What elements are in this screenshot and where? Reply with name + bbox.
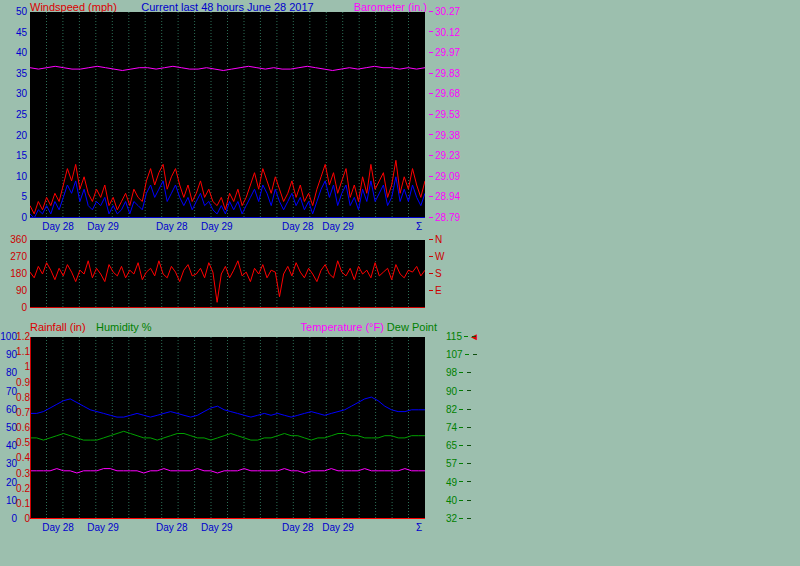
windspeed-tick-label: 30 xyxy=(0,89,27,99)
barometer-tick-label: 29.09 xyxy=(427,172,460,182)
temperature-tick-label: 32 xyxy=(446,514,466,524)
day-axis-label: Day 29 xyxy=(78,221,128,232)
day-axis-label: Day 29 xyxy=(192,522,242,533)
rainfall-tick-label: 0 xyxy=(12,514,30,524)
barometer-tick-label: 29.97 xyxy=(427,48,460,58)
rainfall-tick-label: 1.1 xyxy=(12,347,30,357)
rainfall-tick-label: 0.6 xyxy=(12,423,30,433)
barometer-tick-label: 28.94 xyxy=(427,192,460,202)
temperature-tick-label: 82 xyxy=(446,405,466,415)
windspeed-tick-label: 5 xyxy=(0,192,27,202)
day-axis-label: Day 29 xyxy=(313,221,363,232)
windspeed-tick-label: 50 xyxy=(0,7,27,17)
windspeed-tick-label: 45 xyxy=(0,28,27,38)
rainfall-tick-label: 0.7 xyxy=(12,408,30,418)
temperature-tick-label: 107 xyxy=(446,350,466,360)
compass-tick-label: W xyxy=(427,252,444,262)
rainfall-tick-label: 0.3 xyxy=(12,469,30,479)
windspeed-tick-label: 10 xyxy=(0,172,27,182)
temperature-tick-label: 49 xyxy=(446,478,466,488)
wind-direction-tick-label: 360 xyxy=(0,235,27,245)
barometer-tick-label: 29.53 xyxy=(427,110,460,120)
temperature-tick-label: 98 xyxy=(446,368,466,378)
windspeed-tick-label: 35 xyxy=(0,69,27,79)
barometer-tick-label: 29.38 xyxy=(427,131,460,141)
rainfall-tick-label: 0.9 xyxy=(12,378,30,388)
compass-tick-label: S xyxy=(427,269,442,279)
rainfall-tick-label: 1.2 xyxy=(12,332,30,342)
wind-direction-tick-label: 90 xyxy=(0,286,27,296)
barometer-tick-label: 30.12 xyxy=(427,28,460,38)
day-axis-label: Day 28 xyxy=(147,221,197,232)
rainfall-tick-label: 1 xyxy=(12,362,30,372)
windspeed-tick-label: 25 xyxy=(0,110,27,120)
barometer-tick-label: 29.83 xyxy=(427,69,460,79)
day-axis-label: Σ xyxy=(394,221,444,232)
wind-direction-tick-label: 270 xyxy=(0,252,27,262)
day-axis-label: Day 28 xyxy=(147,522,197,533)
temperature-tick-label: 90 xyxy=(446,387,466,397)
barometer-tick-label: 30.27 xyxy=(427,7,460,17)
temperature-tick-label: 40 xyxy=(446,496,466,506)
temperature-tick-label: 65 xyxy=(446,441,466,451)
day-axis-label: Σ xyxy=(394,522,444,533)
wind-direction-tick-label: 180 xyxy=(0,269,27,279)
rainfall-tick-label: 0.4 xyxy=(12,453,30,463)
windspeed-tick-label: 15 xyxy=(0,151,27,161)
day-axis-label: Day 29 xyxy=(192,221,242,232)
temperature-tick-label: 115 xyxy=(446,332,466,342)
barometer-tick-label: 29.23 xyxy=(427,151,460,161)
compass-tick-label: E xyxy=(427,286,442,296)
temperature-tick-label: 74 xyxy=(446,423,466,433)
windspeed-tick-label: 0 xyxy=(0,213,27,223)
day-axis-label: Day 28 xyxy=(33,221,83,232)
axis-ticks-layer: 5045403530252015105030.2730.1229.9729.83… xyxy=(0,0,800,566)
compass-tick-label: N xyxy=(427,235,442,245)
day-axis-label: Day 28 xyxy=(33,522,83,533)
windspeed-tick-label: 40 xyxy=(0,48,27,58)
wind-direction-tick-label: 0 xyxy=(0,303,27,313)
rainfall-tick-label: 0.5 xyxy=(12,438,30,448)
weather-display-window: Windspeed (mph) Current last 48 hours Ju… xyxy=(0,0,800,566)
rainfall-tick-label: 0.1 xyxy=(12,499,30,509)
day-axis-label: Day 29 xyxy=(313,522,363,533)
windspeed-tick-label: 20 xyxy=(0,131,27,141)
day-axis-label: Day 29 xyxy=(78,522,128,533)
temperature-tick-label: 57 xyxy=(446,459,466,469)
rainfall-tick-label: 0.2 xyxy=(12,484,30,494)
barometer-tick-label: 29.68 xyxy=(427,89,460,99)
rainfall-tick-label: 0.8 xyxy=(12,393,30,403)
